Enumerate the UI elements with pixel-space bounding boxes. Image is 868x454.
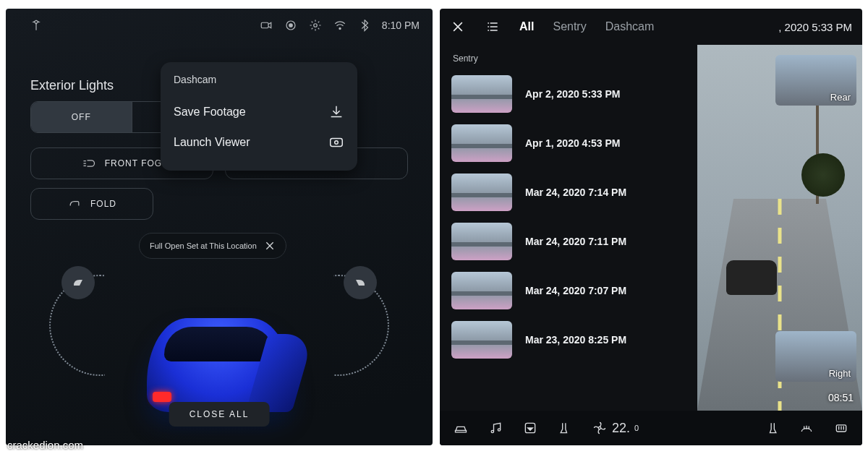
clip-item[interactable]: Mar 24, 2020 7:07 PM <box>450 266 687 315</box>
clip-label: Mar 24, 2020 7:14 PM <box>525 187 626 198</box>
settings-gear-icon[interactable] <box>308 18 323 33</box>
tab-sentry[interactable]: Sentry <box>553 20 586 33</box>
clip-item[interactable]: Mar 23, 2020 8:25 PM <box>450 315 687 364</box>
clip-label: Mar 23, 2020 8:25 PM <box>525 334 626 346</box>
clip-label: Mar 24, 2020 7:11 PM <box>525 236 626 247</box>
clip-thumb <box>451 272 512 309</box>
climate-temp: 22. <box>612 421 630 436</box>
defrost-rear-icon[interactable] <box>833 420 849 436</box>
tab-all[interactable]: All <box>519 20 534 33</box>
clip-thumb <box>451 223 512 260</box>
left-door-handle[interactable] <box>61 266 95 299</box>
viewer-icon <box>328 134 344 150</box>
save-footage-label: Save Footage <box>174 106 246 119</box>
apps-icon[interactable] <box>522 420 538 436</box>
clip-thumb <box>451 75 512 113</box>
dashcam-dropdown: Dashcam Save Footage Launch Viewer <box>161 62 357 171</box>
close-viewer-icon[interactable] <box>450 19 466 35</box>
fan-icon <box>592 420 608 436</box>
svg-point-6 <box>335 141 339 145</box>
svg-rect-0 <box>261 22 268 28</box>
svg-point-7 <box>491 430 493 432</box>
clip-item[interactable]: Apr 2, 2020 5:33 PM <box>450 69 687 119</box>
player-time: 08:51 <box>828 392 854 403</box>
pip-rear-label: Rear <box>830 92 851 103</box>
music-icon[interactable] <box>488 420 503 436</box>
svg-rect-5 <box>331 139 343 147</box>
car-render: CLOSE ALL <box>118 296 320 432</box>
right-door-handle[interactable] <box>344 266 377 299</box>
pip-right-label: Right <box>829 368 851 379</box>
status-bar: 8:10 PM <box>6 13 433 38</box>
fold-row: FOLD <box>30 188 408 220</box>
section-title: Exterior Lights <box>30 78 114 93</box>
svg-point-10 <box>598 427 600 429</box>
clip-group-label: Sentry <box>453 53 687 64</box>
seat-left-icon[interactable] <box>557 420 573 436</box>
tree <box>801 153 845 197</box>
dropdown-title: Dashcam <box>174 74 344 85</box>
left-screen: 8:10 PM Exterior Lights OFF PARK FRONT F… <box>6 9 433 445</box>
viewer-header: All Sentry Dashcam , 2020 5:33 PM <box>440 9 862 45</box>
clip-thumb <box>451 124 512 162</box>
clip-label: Mar 24, 2020 7:07 PM <box>525 285 626 296</box>
front-fog-icon <box>82 156 96 171</box>
light-mode-off[interactable]: OFF <box>31 102 132 132</box>
tab-dashcam[interactable]: Dashcam <box>605 20 655 33</box>
launch-viewer-item[interactable]: Launch Viewer <box>174 127 344 158</box>
sentry-icon[interactable] <box>284 18 298 33</box>
right-screen: All Sentry Dashcam , 2020 5:33 PM Sentry… <box>440 9 862 445</box>
svg-point-3 <box>314 24 318 27</box>
svg-point-2 <box>289 24 293 27</box>
header-timestamp: , 2020 5:33 PM <box>778 21 852 33</box>
close-all-button[interactable]: CLOSE ALL <box>169 402 270 427</box>
watermark: crackedion.com <box>7 439 83 451</box>
mirror-fold-icon <box>67 197 82 211</box>
car-app-icon[interactable] <box>453 420 469 436</box>
car-visual: CLOSE ALL <box>6 228 433 445</box>
clip-list[interactable]: Sentry Apr 2, 2020 5:33 PM Apr 1, 2020 4… <box>440 45 697 411</box>
seat-right-icon[interactable] <box>764 420 780 436</box>
clip-item[interactable]: Mar 24, 2020 7:14 PM <box>450 168 687 217</box>
car-ahead <box>726 260 777 295</box>
bottom-dock: 22.0 <box>440 411 862 445</box>
bluetooth-icon[interactable] <box>357 18 372 33</box>
clock-time: 8:10 PM <box>382 20 420 31</box>
wifi-icon[interactable] <box>333 18 347 33</box>
pip-right[interactable]: Right <box>775 331 856 382</box>
tesla-logo-icon <box>29 18 43 33</box>
clip-label: Apr 1, 2020 4:53 PM <box>525 137 621 149</box>
save-footage-item[interactable]: Save Footage <box>174 97 344 127</box>
clip-item[interactable]: Mar 24, 2020 7:11 PM <box>450 217 687 266</box>
svg-point-4 <box>339 27 341 29</box>
dashcam-status-icon[interactable] <box>259 18 273 33</box>
defrost-front-icon[interactable] <box>799 420 814 436</box>
svg-point-8 <box>498 429 500 431</box>
launch-viewer-label: Launch Viewer <box>174 136 250 149</box>
fold-mirrors-button[interactable]: FOLD <box>30 188 153 220</box>
fold-label: FOLD <box>90 199 116 209</box>
clip-label: Apr 2, 2020 5:33 PM <box>525 88 621 100</box>
front-fog-label: FRONT FOG <box>105 158 162 168</box>
video-player[interactable]: Rear Right 08:51 <box>697 45 862 411</box>
clip-thumb <box>451 321 512 359</box>
climate-temp-frac: 0 <box>634 424 639 432</box>
download-icon <box>328 104 344 120</box>
climate-control[interactable]: 22.0 <box>592 420 639 436</box>
clip-item[interactable]: Apr 1, 2020 4:53 PM <box>450 119 687 168</box>
pip-rear[interactable]: Rear <box>775 55 856 106</box>
list-view-icon[interactable] <box>485 19 501 35</box>
clip-thumb <box>451 174 512 211</box>
